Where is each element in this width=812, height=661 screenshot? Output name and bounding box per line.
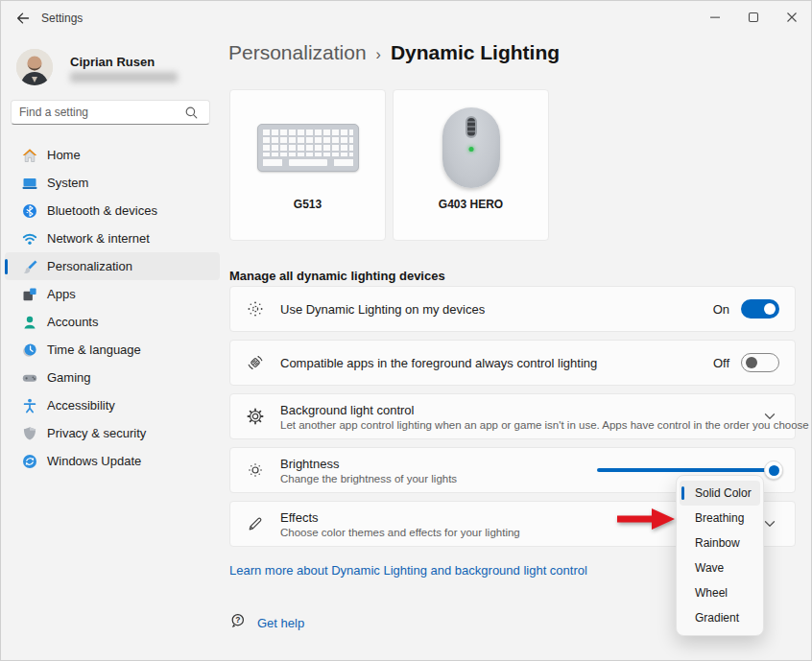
bluetooth-icon xyxy=(22,203,37,219)
sidebar-item-personalization[interactable]: Personalization xyxy=(5,252,220,280)
device-name: G403 HERO xyxy=(394,198,548,211)
row-title: Compatible apps in the foreground always… xyxy=(280,356,713,370)
page-title: Dynamic Lighting xyxy=(391,41,560,64)
personalization-icon xyxy=(22,259,37,274)
privacy-security-icon xyxy=(22,426,37,441)
search-box[interactable] xyxy=(11,100,210,125)
device-card-keyboard[interactable]: G513 xyxy=(229,89,386,241)
breadcrumb-separator: › xyxy=(376,46,381,63)
chevron-down-icon[interactable] xyxy=(760,411,779,422)
back-button[interactable] xyxy=(12,8,34,29)
breadcrumb-personalization[interactable]: Personalization xyxy=(228,41,367,64)
sidebar-item-home[interactable]: Home xyxy=(5,141,220,169)
sidebar-item-time-language[interactable]: Time & language xyxy=(5,336,220,364)
sidebar-item-label: Personalization xyxy=(47,259,132,273)
sidebar-item-gaming[interactable]: Gaming xyxy=(5,364,220,391)
dropdown-option-gradient[interactable]: Gradient xyxy=(680,605,760,630)
sidebar-item-accounts[interactable]: Accounts xyxy=(5,308,220,336)
get-help-button[interactable]: ? Get help xyxy=(229,613,304,633)
user-name: Ciprian Rusen xyxy=(70,55,155,69)
window-title: Settings xyxy=(41,12,83,25)
maximize-icon xyxy=(746,10,761,25)
sidebar-item-label: Windows Update xyxy=(47,454,141,468)
row-description: Let another app control lighting when an… xyxy=(280,419,760,431)
settings-window: Settings Ciprian Rusen xyxy=(0,0,812,661)
dynamic-lighting-icon xyxy=(246,299,265,319)
windows-update-icon xyxy=(22,454,37,469)
minimize-icon xyxy=(707,10,723,25)
section-title: Manage all dynamic lighting devices xyxy=(229,269,445,283)
device-card-mouse[interactable]: G403 HERO xyxy=(393,89,549,241)
device-name: G513 xyxy=(230,198,385,211)
sidebar-item-windows-update[interactable]: Windows Update xyxy=(5,447,220,475)
slider-thumb[interactable] xyxy=(764,460,783,480)
sidebar-item-system[interactable]: System xyxy=(5,169,220,197)
device-cards: G513 G403 HERO xyxy=(229,89,549,241)
svg-text:?: ? xyxy=(235,615,240,625)
dropdown-option-solid-color[interactable]: Solid Color xyxy=(680,481,760,506)
accessibility-icon xyxy=(22,398,37,413)
close-icon xyxy=(784,10,800,25)
row-use-dynamic-lighting: Use Dynamic Lighting on my devices On xyxy=(229,286,796,332)
sidebar-item-label: Accessibility xyxy=(47,398,115,413)
sidebar-item-bluetooth-devices[interactable]: Bluetooth & devices xyxy=(5,197,220,224)
sidebar-item-privacy-security[interactable]: Privacy & security xyxy=(5,419,220,447)
sidebar-item-label: Home xyxy=(47,148,81,162)
user-email-blurred xyxy=(70,72,178,83)
row-title: Background light control xyxy=(280,403,760,417)
sidebar: Ciprian Rusen Home System Bluetooth & de… xyxy=(1,34,224,660)
sidebar-item-label: Bluetooth & devices xyxy=(47,203,157,218)
time-language-icon xyxy=(22,342,37,358)
row-title: Use Dynamic Lighting on my devices xyxy=(280,302,713,317)
sidebar-item-label: Apps xyxy=(47,287,76,301)
effects-dropdown: Solid Color Breathing Rainbow Wave Wheel… xyxy=(676,475,764,636)
get-help-label: Get help xyxy=(257,616,304,630)
dropdown-option-breathing[interactable]: Breathing xyxy=(680,506,760,531)
sidebar-item-label: System xyxy=(47,176,88,190)
sidebar-item-label: Gaming xyxy=(47,370,91,385)
accounts-icon xyxy=(22,315,37,330)
dropdown-option-wheel[interactable]: Wheel xyxy=(680,580,760,605)
sidebar-item-accessibility[interactable]: Accessibility xyxy=(5,391,220,419)
search-input[interactable] xyxy=(12,106,184,119)
mouse-image xyxy=(442,107,500,188)
sidebar-item-label: Privacy & security xyxy=(47,426,146,440)
use-dynamic-lighting-toggle[interactable] xyxy=(741,299,779,319)
close-button[interactable] xyxy=(773,1,811,34)
sidebar-item-label: Network & internet xyxy=(47,231,150,246)
toggle-state-label: On xyxy=(713,302,729,317)
brightness-icon xyxy=(246,460,265,480)
back-arrow-icon xyxy=(15,11,31,26)
sidebar-item-label: Time & language xyxy=(47,342,141,357)
pencil-icon xyxy=(246,514,265,533)
titlebar: Settings xyxy=(1,1,811,34)
sidebar-item-label: Accounts xyxy=(47,315,98,329)
network-icon xyxy=(22,231,37,247)
toggle-state-label: Off xyxy=(713,356,729,370)
row-compatible-apps: Compatible apps in the foreground always… xyxy=(229,340,796,386)
apps-icon xyxy=(22,287,37,302)
row-description: Change the brightness of your lights xyxy=(280,473,597,484)
dropdown-option-rainbow[interactable]: Rainbow xyxy=(680,531,760,555)
sidebar-item-apps[interactable]: Apps xyxy=(5,280,220,308)
app-lighting-icon xyxy=(246,353,265,372)
minimize-button[interactable] xyxy=(696,1,734,34)
maximize-button[interactable] xyxy=(734,1,773,34)
row-background-light-control[interactable]: Background light control Let another app… xyxy=(229,393,796,439)
sidebar-item-network-internet[interactable]: Network & internet xyxy=(5,224,220,252)
user-avatar[interactable] xyxy=(16,49,53,85)
keyboard-image xyxy=(257,124,359,172)
search-icon xyxy=(184,106,203,120)
learn-more-link[interactable]: Learn more about Dynamic Lighting and ba… xyxy=(229,563,587,578)
get-help-icon: ? xyxy=(229,613,246,633)
row-title: Brightness xyxy=(280,457,597,471)
breadcrumb: Personalization › Dynamic Lighting xyxy=(228,41,560,64)
dropdown-option-wave[interactable]: Wave xyxy=(680,555,760,580)
system-icon xyxy=(22,176,37,191)
gear-icon xyxy=(246,407,265,426)
slider-track[interactable] xyxy=(597,468,779,472)
home-icon xyxy=(22,148,37,163)
gaming-icon xyxy=(22,370,37,386)
compatible-apps-toggle[interactable] xyxy=(741,353,779,372)
sidebar-nav: Home System Bluetooth & devices Network … xyxy=(1,141,224,475)
